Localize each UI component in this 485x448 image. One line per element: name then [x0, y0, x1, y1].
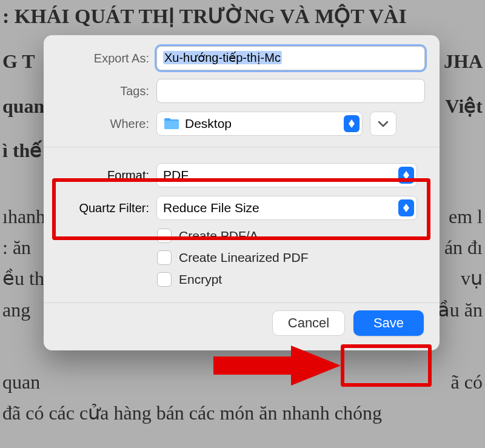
create-pdfa-checkbox[interactable]: [157, 229, 172, 243]
quartz-filter-value: Reduce File Size: [163, 201, 398, 215]
encrypt-label: Encrypt: [179, 272, 222, 287]
cancel-button[interactable]: Cancel: [272, 310, 345, 336]
encrypt-checkbox[interactable]: [157, 272, 172, 287]
save-button[interactable]: Save: [353, 310, 424, 336]
where-value: Desktop: [185, 116, 344, 131]
format-label: Format:: [58, 169, 149, 182]
export-as-input[interactable]: Xu-hướng-tiếp-thị-Mc: [156, 46, 425, 70]
updown-icon: [398, 199, 414, 216]
where-popup[interactable]: Desktop: [156, 112, 363, 136]
format-value: PDF: [163, 168, 398, 182]
tags-input[interactable]: [156, 79, 425, 103]
chevron-down-icon: [378, 121, 389, 127]
separator: [44, 147, 440, 147]
export-dialog: Export As: Xu-hướng-tiếp-thị-Mc Tags: Wh…: [44, 35, 440, 350]
where-label: Where:: [58, 117, 149, 131]
create-pdfa-label: Create PDF/A: [179, 229, 258, 243]
create-linearized-checkbox[interactable]: [157, 250, 172, 265]
filename-text: Xu-hướng-tiếp-thị-Mc: [163, 51, 282, 64]
export-as-label: Export As:: [58, 52, 149, 65]
updown-icon: [398, 167, 414, 184]
updown-icon: [344, 115, 360, 132]
tags-label: Tags:: [58, 84, 149, 98]
separator: [44, 303, 440, 303]
expand-button[interactable]: [370, 112, 396, 136]
quartz-filter-label: Quartz Filter:: [58, 201, 149, 215]
folder-icon: [163, 117, 180, 130]
format-popup[interactable]: PDF: [156, 163, 417, 187]
quartz-filter-popup[interactable]: Reduce File Size: [156, 196, 417, 220]
create-linearized-label: Create Linearized PDF: [179, 250, 309, 265]
